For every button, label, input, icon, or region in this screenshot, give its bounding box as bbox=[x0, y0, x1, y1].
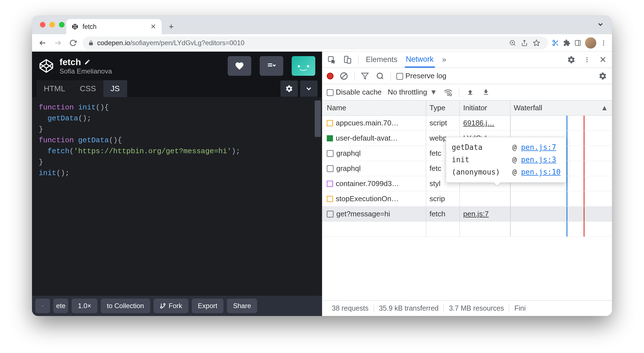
svg-marker-7 bbox=[533, 40, 540, 46]
tab-more[interactable]: » bbox=[441, 52, 447, 67]
filter-icon[interactable] bbox=[360, 71, 370, 81]
close-icon[interactable]: ✕ bbox=[598, 55, 608, 65]
svg-point-8 bbox=[553, 40, 555, 42]
network-toolbar-1: Preserve log bbox=[322, 68, 612, 84]
preserve-log-checkbox[interactable]: Preserve log bbox=[396, 72, 446, 80]
codepen-header: fetch Sofia Emelianova •‿• bbox=[32, 52, 322, 80]
tab-html[interactable]: HTML bbox=[36, 80, 72, 97]
codepen-panel: fetch Sofia Emelianova •‿• HTML CSS JS f… bbox=[32, 52, 322, 316]
gear-icon[interactable] bbox=[567, 55, 576, 65]
sidepanel-icon[interactable] bbox=[574, 40, 581, 46]
svg-point-15 bbox=[603, 40, 604, 42]
stack-fn: init bbox=[452, 153, 508, 166]
chevron-down-icon[interactable] bbox=[597, 21, 604, 28]
share-button[interactable]: Share bbox=[227, 299, 257, 313]
table-row[interactable]: appcues.main.70…script69186.j… bbox=[322, 116, 612, 131]
pencil-icon[interactable] bbox=[84, 59, 90, 65]
tab-elements[interactable]: Elements bbox=[365, 52, 399, 67]
search-icon[interactable] bbox=[375, 71, 385, 81]
profile-avatar[interactable] bbox=[585, 37, 596, 49]
col-name[interactable]: Name bbox=[322, 100, 426, 115]
export-button[interactable]: Export bbox=[192, 299, 223, 313]
svg-marker-31 bbox=[362, 73, 368, 79]
request-type: fetc bbox=[430, 164, 441, 173]
scrollbar-thumb[interactable] bbox=[315, 100, 321, 137]
col-waterfall[interactable]: Waterfall▲ bbox=[510, 100, 612, 115]
download-icon[interactable] bbox=[481, 88, 491, 97]
back-button[interactable] bbox=[37, 37, 48, 49]
extensions-icon[interactable] bbox=[563, 39, 570, 47]
expand-button[interactable] bbox=[35, 299, 50, 313]
svg-point-26 bbox=[586, 57, 588, 58]
browser-tab[interactable]: fetch ✕ bbox=[66, 19, 162, 34]
col-type[interactable]: Type bbox=[426, 100, 460, 115]
collapse-button[interactable] bbox=[300, 81, 318, 97]
tab-js[interactable]: JS bbox=[103, 80, 127, 97]
new-tab-button[interactable]: + bbox=[165, 20, 177, 33]
request-type: fetc bbox=[430, 149, 441, 158]
close-window-icon[interactable] bbox=[40, 22, 45, 27]
svg-line-3 bbox=[514, 44, 515, 45]
svg-point-27 bbox=[586, 59, 588, 60]
url-path: /sofiayem/pen/LYdGvLg?editors=0010 bbox=[130, 39, 244, 47]
address-bar[interactable]: codepen.io/sofiayem/pen/LYdGvLg?editors=… bbox=[83, 36, 548, 49]
share-icon[interactable] bbox=[521, 40, 528, 46]
view-button[interactable] bbox=[260, 56, 283, 76]
pen-author: Sofia Emelianova bbox=[60, 67, 219, 75]
svg-point-21 bbox=[164, 304, 165, 305]
zoom-icon[interactable] bbox=[509, 40, 516, 46]
device-toggle-icon[interactable] bbox=[342, 55, 352, 65]
code-editor[interactable]: function init(){ getData();}function get… bbox=[32, 97, 322, 296]
stack-link[interactable]: pen.js:7 bbox=[521, 143, 556, 152]
browser-toolbar: codepen.io/sofiayem/pen/LYdGvLg?editors=… bbox=[32, 34, 612, 52]
stack-fn: (anonymous) bbox=[452, 166, 508, 178]
user-avatar[interactable]: •‿• bbox=[292, 56, 315, 76]
kebab-menu-icon[interactable] bbox=[582, 55, 592, 65]
col-initiator[interactable]: Initiator bbox=[460, 100, 510, 115]
heart-button[interactable] bbox=[228, 56, 251, 76]
to-collection-button[interactable]: to Collection bbox=[101, 299, 150, 313]
clear-icon[interactable] bbox=[339, 71, 349, 81]
table-row[interactable]: stopExecutionOn…scrip bbox=[322, 191, 612, 207]
throttling-select[interactable]: No throttling▼ bbox=[388, 88, 437, 97]
disable-cache-checkbox[interactable]: Disable cache bbox=[327, 88, 382, 97]
star-icon[interactable] bbox=[533, 39, 540, 47]
initiator-tooltip: getData @ pen.js:7init @ pen.js:3(anonym… bbox=[446, 137, 567, 183]
zoom-level[interactable]: 1.0× bbox=[72, 299, 97, 313]
tab-network[interactable]: Network bbox=[405, 52, 435, 68]
request-name: graphql bbox=[336, 149, 361, 158]
initiator-link[interactable]: 69186.j… bbox=[463, 119, 494, 127]
devtools-tabs: Elements Network » ✕ bbox=[322, 52, 612, 68]
fork-button[interactable]: Fork bbox=[154, 299, 188, 313]
stack-link[interactable]: pen.js:3 bbox=[521, 155, 556, 164]
maximize-window-icon[interactable] bbox=[59, 22, 65, 27]
minimize-window-icon[interactable] bbox=[49, 22, 55, 27]
initiator-link[interactable]: pen.js:7 bbox=[463, 210, 489, 218]
waterfall-cell bbox=[510, 207, 612, 221]
table-row[interactable]: get?message=hifetchpen.js:7 bbox=[322, 207, 612, 222]
request-name: stopExecutionOn… bbox=[336, 194, 399, 203]
record-button[interactable] bbox=[327, 73, 334, 79]
svg-point-9 bbox=[553, 44, 555, 46]
request-type: scrip bbox=[430, 194, 445, 203]
devtools-panel: Elements Network » ✕ Preserve log bbox=[322, 52, 612, 316]
wifi-icon[interactable] bbox=[443, 88, 453, 97]
inspect-icon[interactable] bbox=[327, 55, 336, 65]
delete-button[interactable]: ete bbox=[53, 299, 68, 313]
reload-button[interactable] bbox=[67, 37, 79, 49]
kebab-menu-icon[interactable] bbox=[600, 40, 607, 46]
upload-icon[interactable] bbox=[465, 88, 475, 97]
close-tab-icon[interactable]: ✕ bbox=[150, 23, 156, 31]
codepen-footer: ete 1.0× to Collection Fork Export Share bbox=[32, 296, 322, 316]
svg-line-30 bbox=[342, 74, 346, 78]
browser-tabstrip: fetch ✕ + bbox=[32, 16, 612, 34]
request-name: user-default-avat… bbox=[336, 134, 398, 143]
svg-point-32 bbox=[377, 73, 383, 78]
forward-button[interactable] bbox=[52, 37, 63, 49]
tab-css[interactable]: CSS bbox=[72, 80, 103, 97]
svg-line-12 bbox=[554, 42, 556, 43]
scissors-icon[interactable] bbox=[552, 39, 559, 47]
stack-link[interactable]: pen.js:10 bbox=[521, 168, 561, 176]
gear-icon[interactable] bbox=[598, 71, 608, 81]
settings-button[interactable] bbox=[280, 81, 298, 97]
